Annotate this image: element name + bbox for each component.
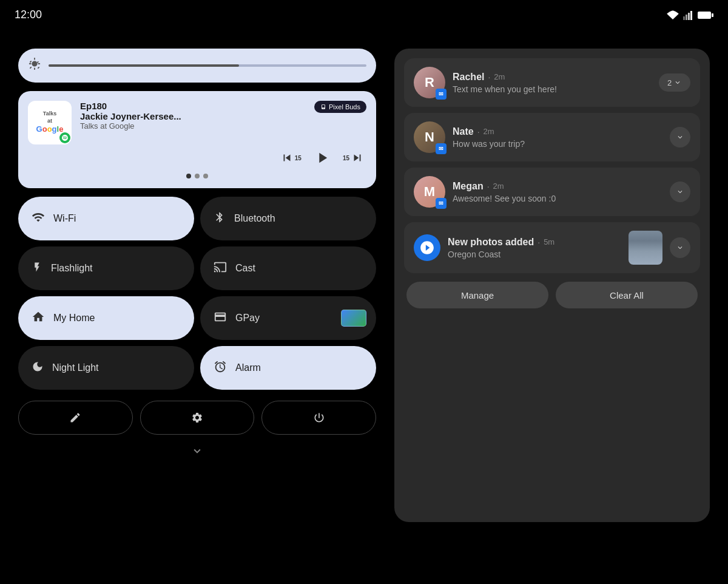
clear-all-button[interactable]: Clear All <box>556 282 698 308</box>
alarm-icon <box>214 360 227 376</box>
message-badge-megan: ✉ <box>436 198 447 209</box>
brightness-fill <box>49 64 239 67</box>
media-page-dots <box>28 174 366 178</box>
play-pause-button[interactable] <box>314 149 331 166</box>
dot-2 <box>195 174 200 178</box>
avatar-rachel: R ✉ <box>414 67 445 98</box>
tile-wifi[interactable]: Wi-Fi <box>18 197 194 240</box>
notif-content-nate: Nate · 2m How was your trip? <box>453 126 662 149</box>
manage-button[interactable]: Manage <box>406 282 548 308</box>
media-controls: 15 15 <box>28 149 366 166</box>
cast-icon <box>214 260 227 277</box>
device-label: Pixel Buds <box>329 103 360 110</box>
tile-cast[interactable]: Cast <box>200 246 376 290</box>
notification-megan[interactable]: M ✉ Megan · 2m Awesome! See you soon :0 <box>404 168 700 216</box>
svg-rect-2 <box>688 13 690 20</box>
media-info: Ep180 Jackie Joyner-Kersee... Talks at G… <box>80 101 306 131</box>
expand-nate-button[interactable] <box>670 127 690 148</box>
bluetooth-label: Bluetooth <box>234 213 275 224</box>
signal-icon <box>683 10 694 20</box>
expand-photos-button[interactable] <box>670 237 690 258</box>
notif-header-rachel: Rachel · 2m <box>453 72 652 83</box>
alarm-label: Alarm <box>235 362 261 373</box>
expand-megan-button[interactable] <box>670 182 690 202</box>
notif-time-megan: 2m <box>493 182 504 191</box>
notification-nate[interactable]: N ✉ Nate · 2m How was your trip? <box>404 113 700 161</box>
notifications-panel: R ✉ Rachel · 2m Text me when you get her… <box>394 49 710 522</box>
skip-back-button[interactable]: 15 <box>280 151 302 165</box>
photos-thumbnail <box>629 231 662 265</box>
wifi-icon <box>32 211 45 227</box>
notif-header-megan: Megan · 2m <box>453 181 662 192</box>
media-title: Jackie Joyner-Kersee... <box>80 111 306 121</box>
wifi-status-icon <box>666 10 679 20</box>
tile-flashlight[interactable]: Flashlight <box>18 246 194 290</box>
media-episode: Ep180 <box>80 101 306 111</box>
tile-alarm[interactable]: Alarm <box>200 346 376 390</box>
tile-nightlight[interactable]: Night Light <box>18 346 194 390</box>
tile-bluetooth[interactable]: Bluetooth <box>200 197 376 240</box>
skip-forward-button[interactable]: 15 <box>343 151 364 165</box>
notif-name-rachel: Rachel <box>453 72 484 83</box>
settings-button[interactable] <box>140 401 255 435</box>
media-card[interactable]: Talksat Google Ep180 Jackie Joyner-Kerse… <box>18 91 376 188</box>
notif-name-nate: Nate <box>453 126 474 137</box>
notif-message-nate: How was your trip? <box>453 139 662 149</box>
media-album-art: Talksat Google <box>28 101 72 144</box>
notif-name-megan: Megan <box>453 181 484 192</box>
nightlight-icon <box>32 360 44 376</box>
bluetooth-icon <box>214 211 226 227</box>
expand-chevron[interactable] <box>18 444 376 461</box>
svg-rect-1 <box>686 15 687 20</box>
svg-rect-5 <box>712 13 713 17</box>
media-device-badge[interactable]: Pixel Buds <box>314 101 366 113</box>
gpay-card-visual <box>341 310 366 327</box>
notif-header-nate: Nate · 2m <box>453 126 662 137</box>
status-icons <box>666 10 713 20</box>
home-icon <box>32 310 45 327</box>
status-time: 12:00 <box>15 8 42 21</box>
bottom-actions <box>18 401 376 435</box>
myhome-label: My Home <box>53 313 95 324</box>
photos-title: New photos added <box>448 237 534 248</box>
avatar-megan: M ✉ <box>414 176 445 208</box>
tile-myhome[interactable]: My Home <box>18 296 194 340</box>
notif-time-rachel: 2m <box>494 72 505 81</box>
notification-rachel[interactable]: R ✉ Rachel · 2m Text me when you get her… <box>404 58 700 107</box>
notif-content-rachel: Rachel · 2m Text me when you get here! <box>453 72 652 94</box>
photo-waves-visual <box>629 231 662 265</box>
photos-time: 5m <box>544 237 554 246</box>
battery-icon <box>698 10 713 20</box>
notif-header-photos: New photos added · 5m <box>448 237 621 248</box>
flashlight-label: Flashlight <box>51 263 92 274</box>
tile-gpay[interactable]: GPay <box>200 296 376 340</box>
brightness-slider-row[interactable] <box>18 49 376 83</box>
main-container: Talksat Google Ep180 Jackie Joyner-Kerse… <box>0 36 728 584</box>
notif-content-megan: Megan · 2m Awesome! See you soon :0 <box>453 181 662 203</box>
tiles-grid: Wi-Fi Bluetooth Flashlight <box>18 197 376 390</box>
cast-label: Cast <box>235 263 255 274</box>
brightness-icon <box>28 57 41 74</box>
message-badge-rachel: ✉ <box>436 89 447 100</box>
brightness-track[interactable] <box>49 64 366 67</box>
photos-app-icon <box>414 234 440 261</box>
edit-button[interactable] <box>18 401 133 435</box>
spotify-badge <box>59 132 70 143</box>
notif-message-megan: Awesome! See you soon :0 <box>453 194 662 203</box>
media-top: Talksat Google Ep180 Jackie Joyner-Kerse… <box>28 101 366 144</box>
media-show: Talks at Google <box>80 121 306 131</box>
dot-1 <box>186 174 191 178</box>
power-button[interactable] <box>261 401 376 435</box>
gpay-label: GPay <box>235 313 260 324</box>
svg-rect-4 <box>698 12 711 19</box>
notif-time-nate: 2m <box>484 127 494 136</box>
flashlight-icon <box>32 260 42 277</box>
svg-rect-0 <box>683 16 685 20</box>
photos-subtitle: Oregon Coast <box>448 250 621 259</box>
quick-settings-panel: Talksat Google Ep180 Jackie Joyner-Kerse… <box>18 49 376 572</box>
notification-photos[interactable]: New photos added · 5m Oregon Coast <box>404 222 700 273</box>
expand-rachel-button[interactable]: 2 <box>659 73 690 92</box>
status-bar: 12:00 <box>0 0 728 26</box>
notif-content-photos: New photos added · 5m Oregon Coast <box>448 237 621 259</box>
dot-3 <box>203 174 208 178</box>
